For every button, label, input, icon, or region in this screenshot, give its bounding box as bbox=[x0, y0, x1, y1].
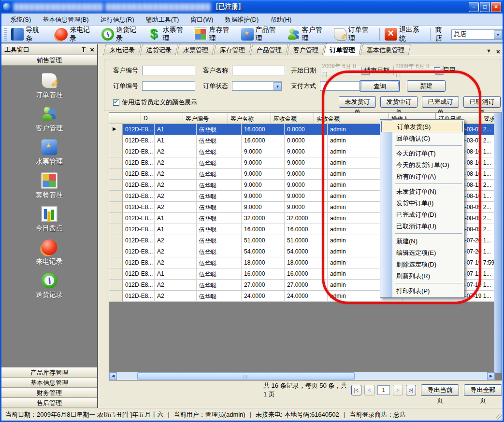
export-current-page-button[interactable]: 导出当前页 bbox=[421, 384, 459, 396]
next-page-button[interactable]: > bbox=[393, 385, 403, 395]
grid-column-header[interactable]: 客户编号 bbox=[183, 113, 228, 124]
order-status-filter-button[interactable]: 发货中订单 bbox=[380, 96, 418, 108]
customer-name-input[interactable] bbox=[232, 66, 285, 75]
sidebar-section-button[interactable]: 基本信息管理 bbox=[1, 378, 97, 388]
chevron-down-icon[interactable]: ▼ bbox=[274, 82, 282, 90]
customer-no-input[interactable] bbox=[142, 66, 195, 75]
new-button[interactable]: 新建 bbox=[407, 80, 446, 92]
context-menu-item[interactable]: 编辑选定项(E) bbox=[381, 247, 463, 258]
query-button[interactable]: 查询 bbox=[360, 80, 400, 92]
sidebar-item[interactable]: 送货记录 bbox=[36, 274, 63, 299]
document-tab[interactable]: 基本信息管理 bbox=[360, 44, 411, 56]
order-no-input[interactable] bbox=[142, 81, 195, 91]
maximize-button[interactable]: □ bbox=[480, 2, 490, 12]
context-menu-item[interactable]: 已取消订单(U) bbox=[381, 220, 463, 232]
scroll-right-icon[interactable]: ▶ bbox=[487, 372, 495, 380]
tab-close-icon[interactable]: × bbox=[496, 48, 500, 56]
context-menu-item[interactable] bbox=[395, 233, 462, 234]
first-page-button[interactable]: |< bbox=[351, 385, 361, 395]
grid-column-header[interactable]: 客户名称 bbox=[228, 113, 271, 124]
grid-column-header[interactable]: 应收金额 bbox=[271, 113, 314, 124]
context-menu-item[interactable]: 发货中订单(I) bbox=[381, 197, 463, 209]
toolbar-grip-handle[interactable] bbox=[4, 28, 7, 41]
menu-item[interactable]: 系统(S) bbox=[4, 14, 37, 26]
context-menu-item[interactable]: 新建(N) bbox=[381, 235, 463, 247]
context-menu-item[interactable]: 所有的订单(A) bbox=[381, 170, 463, 182]
menu-item[interactable]: 基本信息管理(B) bbox=[37, 14, 94, 26]
toolbar-button[interactable]: 来电记录 bbox=[52, 25, 99, 44]
context-menu-item[interactable]: 订单发货(S) bbox=[381, 121, 463, 132]
toolbar-button[interactable]: 订单管理 bbox=[331, 25, 377, 44]
tab-list-dropdown-icon[interactable]: ▼ bbox=[486, 48, 491, 56]
document-tab[interactable]: 送货记录 bbox=[140, 44, 178, 56]
sidebar-section-button[interactable]: 财务管理 bbox=[1, 388, 97, 398]
export-all-pages-button[interactable]: 导出全部页 bbox=[464, 384, 502, 396]
menu-item[interactable]: 帮助(H) bbox=[264, 14, 297, 26]
sidebar-item[interactable]: 订单管理 bbox=[36, 74, 63, 99]
context-menu-item[interactable]: 回单确认(C) bbox=[381, 132, 463, 144]
menu-item[interactable]: 运行信息(R) bbox=[95, 14, 140, 26]
chevron-down-icon[interactable]: ▼ bbox=[494, 30, 502, 39]
shop-select[interactable]: 总店 ▼ bbox=[451, 29, 503, 40]
toolbar-button[interactable] bbox=[50, 28, 50, 41]
grid-column-header[interactable]: 实收金额 bbox=[314, 113, 389, 124]
menu-item[interactable]: 窗口(W) bbox=[185, 14, 219, 26]
toolbar-button[interactable]: 产品管理 bbox=[238, 25, 285, 44]
order-status-filter-button[interactable]: 已完成订单 bbox=[422, 96, 459, 108]
sidebar-section-button[interactable]: 售后管理 bbox=[1, 398, 97, 408]
context-menu-item[interactable]: 刷新列表(R) bbox=[381, 270, 463, 281]
sidebar-item[interactable]: 客户管理 bbox=[36, 108, 63, 133]
document-tab[interactable]: 产品管理 bbox=[250, 44, 288, 56]
toolbar-button[interactable]: 导航条 bbox=[8, 25, 48, 44]
order-status-select[interactable]: ▼ bbox=[232, 81, 282, 91]
sidebar-item[interactable]: 套餐管理 bbox=[36, 174, 63, 199]
context-menu-item[interactable] bbox=[395, 183, 462, 184]
sidebar-item[interactable]: 今日盘点 bbox=[36, 208, 63, 233]
prev-page-button[interactable]: < bbox=[364, 385, 374, 395]
sidebar-item[interactable]: 水票管理 bbox=[36, 141, 63, 166]
sidebar-item[interactable]: 来电记录 bbox=[36, 241, 63, 266]
menu-item[interactable]: 辅助工具(T) bbox=[140, 14, 185, 26]
context-menu-item[interactable] bbox=[395, 145, 462, 146]
menu-item[interactable]: 数据维护(D) bbox=[219, 14, 264, 26]
document-tab[interactable]: 水票管理 bbox=[176, 44, 215, 56]
enable-date-checkbox[interactable] bbox=[434, 67, 440, 73]
grid-column-header[interactable] bbox=[109, 113, 141, 124]
last-page-button[interactable]: >| bbox=[406, 385, 416, 395]
context-menu-item[interactable] bbox=[395, 283, 462, 283]
document-tab[interactable]: 库存管理 bbox=[213, 44, 251, 56]
scroll-left-icon[interactable]: ◀ bbox=[109, 372, 117, 380]
toolbar-button[interactable]: 送货记录 bbox=[99, 25, 145, 44]
context-menu-item[interactable]: 删除选定项(D) bbox=[381, 258, 463, 270]
sidebar-section-button[interactable]: 产品库存管理 bbox=[1, 367, 97, 378]
close-button[interactable]: × bbox=[491, 2, 501, 12]
tool-window-sidebar: 工具窗口 × 销售管理 订单管理 客户管理 bbox=[1, 44, 98, 408]
context-menu-item[interactable]: 今天的订单(T) bbox=[381, 147, 463, 159]
sidebar-section-sales[interactable]: 销售管理 bbox=[1, 55, 97, 66]
pin-icon[interactable] bbox=[81, 47, 86, 53]
sidebar-close-icon[interactable]: × bbox=[90, 47, 94, 53]
start-date-picker[interactable]: 2009年 6月 8日 ▼ bbox=[320, 66, 370, 75]
context-menu-item[interactable]: 打印列表(P) bbox=[381, 285, 463, 296]
context-menu-item[interactable]: 今天的发货订单(O) bbox=[381, 159, 463, 170]
vertical-scrollbar[interactable] bbox=[494, 113, 502, 373]
context-menu-item[interactable]: 未发货订单(N) bbox=[381, 185, 463, 197]
horizontal-scrollbar[interactable]: ◀ ▶ bbox=[109, 372, 495, 380]
order-status-filter-button[interactable]: 未发货订单 bbox=[339, 96, 376, 108]
minimize-button[interactable]: – bbox=[469, 2, 479, 12]
toolbar-button[interactable]: 水票管理 bbox=[145, 25, 191, 44]
document-tab[interactable]: 来电记录 bbox=[103, 44, 141, 56]
resize-grip[interactable] bbox=[496, 414, 502, 420]
order-status-filter-button[interactable]: 已取消订单 bbox=[463, 96, 501, 108]
color-display-checkbox[interactable] bbox=[113, 99, 119, 106]
scrollbar-thumb[interactable] bbox=[137, 372, 355, 380]
context-menu-item[interactable]: 已完成订单(D) bbox=[381, 209, 463, 220]
toolbar-button[interactable] bbox=[379, 28, 380, 41]
toolbar-button[interactable]: 退出系统 bbox=[382, 25, 428, 44]
toolbar-button[interactable]: 库存管理 bbox=[191, 25, 238, 44]
toolbar-button[interactable]: 客户管理 bbox=[285, 25, 331, 44]
page-number-input[interactable] bbox=[377, 385, 390, 395]
grid-column-header[interactable]: D bbox=[141, 113, 183, 124]
document-tab[interactable]: 客户管理 bbox=[287, 44, 325, 56]
document-tab[interactable]: 订单管理 bbox=[323, 43, 362, 56]
